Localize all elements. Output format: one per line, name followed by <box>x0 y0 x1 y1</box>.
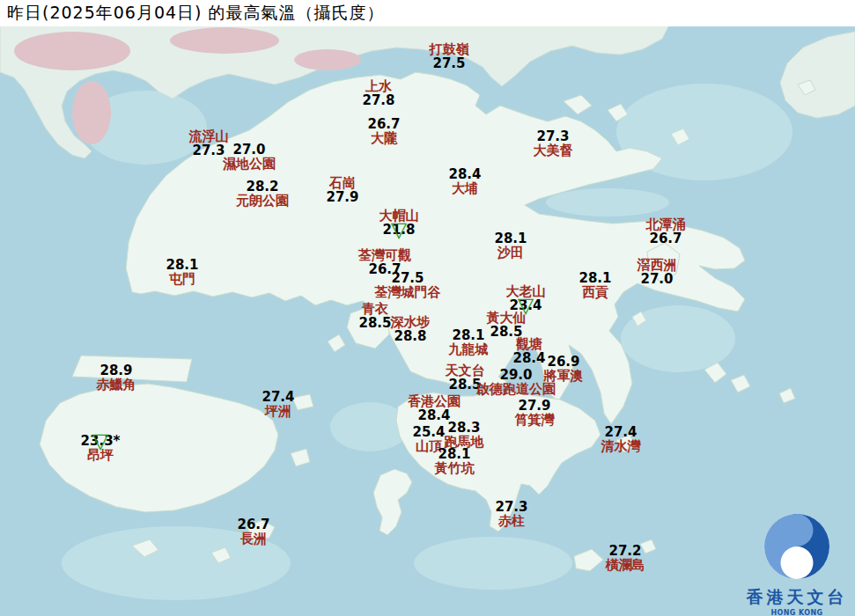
hko-logo-chinese: 香港天文台 <box>742 586 851 609</box>
hko-logo-icon <box>763 512 831 581</box>
weather-map-screen: 昨日(2025年06月04日) 的最高氣溫（攝氏度） 打鼓嶺27.5上水27.8… <box>0 0 855 616</box>
hong-kong-map <box>0 0 855 616</box>
hko-logo-english: HONG KONG OBSERVATORY <box>742 609 851 616</box>
page-title: 昨日(2025年06月04日) 的最高氣溫（攝氏度） <box>7 2 385 25</box>
hko-logo: 香港天文台 HONG KONG OBSERVATORY <box>742 512 851 616</box>
title-bar: 昨日(2025年06月04日) 的最高氣溫（攝氏度） <box>0 0 855 26</box>
